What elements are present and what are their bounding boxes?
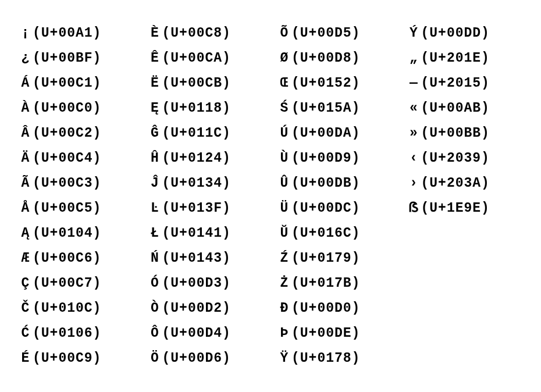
glyph-char: Ó (148, 271, 162, 296)
glyph-codepoint: (U+00D5) (291, 26, 360, 41)
glyph-entry: È(U+00C8) (148, 21, 264, 46)
glyph-entry: Ê(U+00CA) (148, 46, 264, 71)
glyph-codepoint: (U+00C5) (33, 201, 101, 216)
glyph-codepoint: (U+00AB) (421, 101, 490, 116)
glyph-entry: Ý(U+00DD) (407, 21, 523, 46)
glyph-column-4: Ý(U+00DD)„(U+201E)―(U+2015)«(U+00AB)»(U+… (407, 21, 523, 371)
glyph-entry: Č(U+010C) (19, 296, 134, 321)
glyph-entry: Ĝ(U+011C) (148, 121, 264, 146)
glyph-codepoint: (U+00D6) (162, 351, 231, 366)
glyph-entry: Ĵ(U+0134) (148, 171, 264, 196)
glyph-entry: „(U+201E) (407, 46, 523, 71)
glyph-codepoint: (U+015A) (291, 101, 360, 116)
glyph-entry: ¡(U+00A1) (19, 21, 134, 46)
glyph-char: Č (19, 296, 33, 321)
glyph-entry: Ô(U+00D4) (148, 321, 264, 346)
glyph-column-3: Õ(U+00D5)Ø(U+00D8)Œ(U+0152)Ś(U+015A)Ú(U+… (277, 21, 393, 371)
glyph-codepoint: (U+00A1) (33, 26, 101, 41)
glyph-char: Ô (148, 321, 162, 346)
glyph-codepoint: (U+010C) (33, 301, 101, 316)
glyph-char: Ë (148, 71, 162, 96)
glyph-char: Õ (277, 21, 291, 46)
glyph-codepoint: (U+203A) (421, 176, 490, 191)
glyph-codepoint: (U+00D9) (291, 151, 360, 166)
glyph-codepoint: (U+201E) (421, 51, 490, 66)
glyph-char: Ĥ (148, 146, 162, 171)
glyph-codepoint: (U+016C) (291, 226, 360, 241)
glyph-char: Û (277, 171, 291, 196)
glyph-codepoint: (U+00D4) (162, 326, 231, 341)
glyph-char: Ĝ (148, 121, 162, 146)
glyph-entry: Ż(U+017B) (277, 271, 393, 296)
glyph-char: Ŭ (277, 221, 291, 246)
glyph-codepoint: (U+00C8) (162, 26, 231, 41)
glyph-entry: Ł(U+0141) (148, 221, 264, 246)
glyph-codepoint: (U+00D0) (291, 301, 360, 316)
glyph-codepoint: (U+00C3) (33, 176, 101, 191)
glyph-char: « (407, 96, 421, 121)
glyph-codepoint: (U+0118) (162, 101, 231, 116)
glyph-entry: Ć(U+0106) (19, 321, 134, 346)
glyph-column-2: È(U+00C8)Ê(U+00CA)Ë(U+00CB)Ę(U+0118)Ĝ(U+… (148, 21, 264, 371)
glyph-char: Æ (19, 246, 33, 271)
glyph-char: Ĵ (148, 171, 162, 196)
glyph-codepoint: (U+0178) (291, 351, 360, 366)
glyph-codepoint: (U+00C4) (33, 151, 101, 166)
glyph-codepoint: (U+00DA) (291, 126, 360, 141)
glyph-entry: Â(U+00C2) (19, 121, 134, 146)
glyph-codepoint: (U+0179) (291, 251, 360, 266)
glyph-char: À (19, 96, 33, 121)
glyph-char: Ÿ (277, 346, 291, 371)
glyph-char: ẞ (407, 196, 421, 221)
glyph-codepoint: (U+00DD) (421, 26, 490, 41)
glyph-codepoint: (U+0106) (33, 326, 101, 341)
glyph-entry: ẞ(U+1E9E) (407, 196, 523, 221)
glyph-entry: Û(U+00DB) (277, 171, 393, 196)
glyph-codepoint: (U+00BB) (421, 126, 490, 141)
glyph-codepoint: (U+0124) (162, 151, 231, 166)
glyph-column-1: ¡(U+00A1)¿(U+00BF)Á(U+00C1)À(U+00C0)Â(U+… (19, 21, 134, 371)
glyph-char: Ż (277, 271, 291, 296)
glyph-codepoint: (U+00CA) (162, 51, 231, 66)
glyph-entry: Á(U+00C1) (19, 71, 134, 96)
glyph-char: ¿ (19, 46, 33, 71)
glyph-char: Ł (148, 221, 162, 246)
glyph-entry: Ÿ(U+0178) (277, 346, 393, 371)
glyph-entry: Ś(U+015A) (277, 96, 393, 121)
glyph-codepoint: (U+00C0) (33, 101, 101, 116)
glyph-char: Œ (277, 71, 291, 96)
glyph-char: Ã (19, 171, 33, 196)
glyph-codepoint: (U+00BF) (33, 51, 101, 66)
glyph-codepoint: (U+2039) (421, 151, 490, 166)
glyph-entry: Ç(U+00C7) (19, 271, 134, 296)
glyph-char: › (407, 171, 421, 196)
glyph-codepoint: (U+00DE) (291, 326, 360, 341)
glyph-codepoint: (U+0143) (162, 251, 231, 266)
glyph-entry: ―(U+2015) (407, 71, 523, 96)
glyph-char: Ź (277, 246, 291, 271)
glyph-codepoint: (U+013F) (162, 201, 231, 216)
glyph-char: Ö (148, 346, 162, 371)
glyph-entry: Ë(U+00CB) (148, 71, 264, 96)
glyph-char: Â (19, 121, 33, 146)
glyph-codepoint: (U+00C6) (33, 251, 101, 266)
glyph-entry: Ä(U+00C4) (19, 146, 134, 171)
glyph-codepoint: (U+0104) (33, 226, 101, 241)
glyph-char: Ù (277, 146, 291, 171)
glyph-entry: ›(U+203A) (407, 171, 523, 196)
glyph-entry: Ń(U+0143) (148, 246, 264, 271)
glyph-char: Ò (148, 296, 162, 321)
glyph-codepoint: (U+00DC) (291, 201, 360, 216)
glyph-entry: Ü(U+00DC) (277, 196, 393, 221)
glyph-char: Ń (148, 246, 162, 271)
glyph-codepoint: (U+00C1) (33, 76, 101, 91)
glyph-codepoint: (U+00D2) (162, 301, 231, 316)
glyph-entry: Å(U+00C5) (19, 196, 134, 221)
glyph-entry: Ø(U+00D8) (277, 46, 393, 71)
glyph-entry: Ą(U+0104) (19, 221, 134, 246)
glyph-codepoint: (U+0141) (162, 226, 231, 241)
glyph-char: Ú (277, 121, 291, 146)
glyph-char: „ (407, 46, 421, 71)
glyph-entry: Œ(U+0152) (277, 71, 393, 96)
glyph-char: Á (19, 71, 33, 96)
